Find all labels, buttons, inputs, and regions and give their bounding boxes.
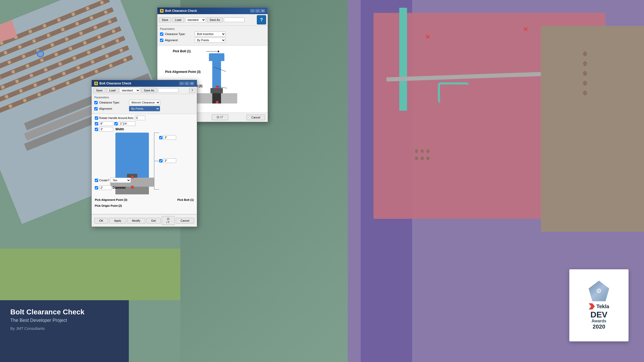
diagram-with-fields: Create? Yes No Diameter (95, 133, 194, 197)
right1-input[interactable] (163, 135, 176, 140)
large-apply-btn[interactable]: Apply (109, 218, 126, 223)
large-save-btn[interactable]: Save (93, 88, 105, 93)
award-year-text: 2020 (593, 323, 605, 330)
large-save-as-btn[interactable]: Save As (141, 88, 157, 93)
small-alignment-checkbox[interactable] (160, 39, 163, 42)
large-check-btn[interactable]: ☑ / Γ (162, 216, 175, 225)
small-preset-select[interactable]: standard (185, 17, 206, 22)
small-maximize-btn[interactable]: □ (255, 9, 260, 13)
diameter-checkbox[interactable] (95, 186, 98, 189)
right2-input[interactable] (163, 158, 176, 163)
small-cancel-btn[interactable]: Cancel (247, 115, 265, 120)
field2-input[interactable] (119, 121, 135, 126)
diameter-row: Diameter (95, 185, 126, 190)
large-alignment-checkbox[interactable] (94, 107, 98, 110)
cross-mark-2: ✕ (523, 26, 528, 33)
cyan-pipe (399, 8, 407, 111)
create-select[interactable]: Yes No (110, 178, 131, 183)
overlay-title: Bolt Clearance Check (10, 308, 118, 316)
overlay-subtitle: The Best Developer Project (10, 318, 118, 323)
small-save-as-btn[interactable]: Save As (207, 17, 223, 22)
large-modify-btn[interactable]: Modify (127, 218, 145, 223)
small-load-btn[interactable]: Load (172, 17, 184, 22)
field1-input[interactable] (99, 121, 113, 126)
small-pick-bolt-arrow (206, 51, 219, 51)
small-clearance-select[interactable]: Bolt Insertion (195, 31, 226, 37)
small-pick-alignment-label: Pick Alignment Point (3) (165, 70, 201, 74)
large-dialog: ⚙ Bolt Clearance Check ─ □ ✕ Save Load s… (91, 80, 197, 227)
bolt-studs (583, 51, 587, 95)
diameter-input[interactable] (99, 185, 112, 190)
right-field-2 (159, 158, 176, 163)
award-tekla-row: Tekla (589, 303, 609, 309)
small-pick-bolt-arrowhead (218, 50, 221, 53)
field-row-2: Width (95, 127, 194, 132)
rotate-handle-input[interactable] (135, 116, 145, 120)
award-awards-text: Awards (591, 319, 606, 323)
small-save-btn[interactable]: Save (159, 17, 171, 22)
cross-mark-1: ✕ (425, 33, 430, 41)
rotate-handle-row: Rotate Handle Around Axis: (95, 116, 194, 120)
small-minimize-btn[interactable]: ─ (250, 9, 255, 13)
large-dialog-icon: ⚙ (94, 82, 98, 85)
small-params-section: Parameters Clearance Type: Bolt Insertio… (157, 26, 268, 46)
overlay-byline: By JMT Consultants (10, 326, 118, 331)
right2-checkbox[interactable] (159, 159, 163, 162)
create-label: Create? (99, 179, 109, 182)
small-alignment-select[interactable]: By Points (195, 38, 226, 43)
small-save-as-input[interactable] (224, 18, 244, 22)
small-dialog-titlebar: ⚙ Bolt Clearance Check ─ □ ✕ (157, 7, 268, 14)
large-params-section: Parameters Clearance Type: Wrench Cleara… (92, 94, 197, 114)
large-help-btn[interactable]: ? (189, 88, 195, 93)
tekla-logo-icon (589, 303, 595, 309)
bottom-overlay: Bolt Clearance Check The Best Developer … (0, 300, 129, 362)
small-clearance-row: Clearance Type: Bolt Insertion (160, 31, 265, 37)
large-maximize-btn[interactable]: □ (184, 82, 189, 85)
large-get-btn[interactable]: Get (146, 218, 161, 223)
small-titlebar-controls: ─ □ ✕ (250, 9, 265, 13)
diameter-label: Diameter (113, 186, 126, 189)
create-row: Create? Yes No (95, 178, 131, 183)
small-titlebar-left: ⚙ Bolt Clearance Check (160, 9, 197, 13)
create-checkbox[interactable] (95, 179, 98, 182)
field3-checkbox[interactable] (95, 128, 98, 131)
large-alignment-marker (131, 176, 134, 178)
award-dev-text: DEV (590, 311, 607, 319)
field3-input[interactable] (99, 127, 113, 132)
large-save-as-input[interactable] (158, 88, 179, 93)
small-origin-marker (216, 101, 218, 104)
rotate-handle-checkbox[interactable] (95, 116, 98, 120)
small-check-btn[interactable]: ☑ / Γ (212, 114, 228, 120)
small-alignment-row: Alignment: By Points (160, 38, 265, 43)
dim-line-right1 (154, 133, 159, 133)
large-titlebar-left: ⚙ Bolt Clearance Check (94, 82, 131, 85)
field-row-1 (95, 121, 194, 126)
field2-checkbox[interactable] (114, 122, 118, 125)
award-diamond-icon (589, 281, 609, 301)
large-dialog-toolbar: Save Load standard Save As ? (92, 87, 197, 94)
large-origin-marker (131, 186, 134, 188)
large-ok-btn[interactable]: OK (94, 218, 108, 223)
large-load-btn[interactable]: Load (106, 88, 118, 93)
right1-checkbox[interactable] (159, 136, 163, 139)
field1-checkbox[interactable] (95, 122, 98, 125)
large-cancel-btn[interactable]: Cancel (176, 218, 194, 223)
large-alignment-select[interactable]: By Points (129, 106, 160, 111)
large-clearance-checkbox[interactable] (94, 101, 98, 104)
cyan-bent (438, 82, 469, 103)
small-dialog-icon: ⚙ (160, 9, 164, 13)
large-alignment-row: Alignment: By Points (94, 106, 194, 111)
large-close-btn[interactable]: ✕ (190, 82, 194, 85)
small-clearance-checkbox[interactable] (160, 32, 163, 36)
large-dialog-titlebar: ⚙ Bolt Clearance Check ─ □ ✕ (92, 80, 197, 87)
width-label: Width (115, 127, 124, 131)
small-dialog-title: Bolt Clearance Check (165, 9, 197, 13)
small-pick-bolt-label: Pick Bolt (1) (173, 49, 191, 53)
small-bolt-head (209, 53, 224, 61)
large-clearance-select[interactable]: Wrench Clearance (129, 100, 160, 105)
large-minimize-btn[interactable]: ─ (179, 82, 184, 85)
small-help-btn[interactable]: ? (257, 15, 266, 24)
small-close-btn[interactable]: ✕ (260, 9, 265, 13)
dim-line-right2 (154, 161, 159, 161)
large-preset-select[interactable]: standard (120, 88, 140, 93)
